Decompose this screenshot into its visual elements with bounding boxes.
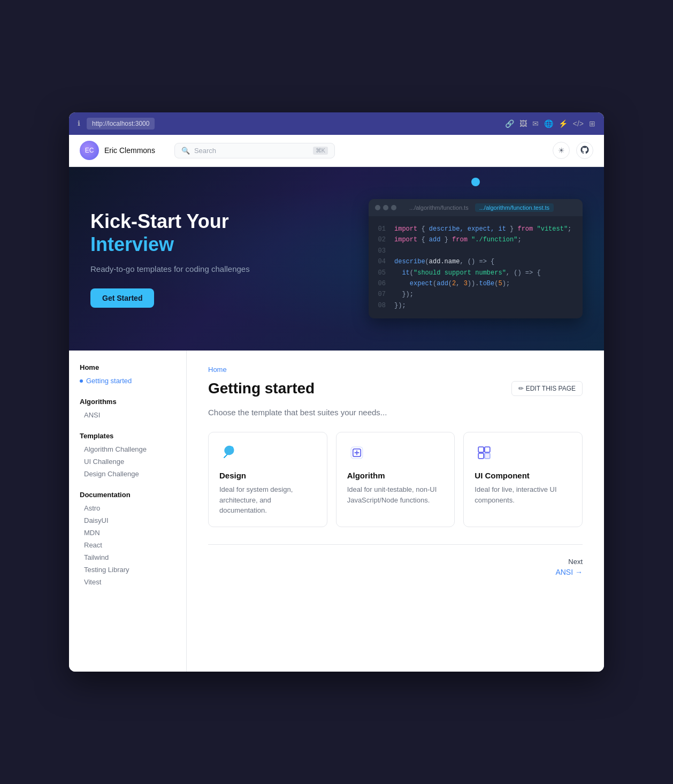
sidebar-label-astro: Astro	[84, 504, 100, 512]
edit-page-button[interactable]: ✏ EDIT THIS PAGE	[511, 381, 583, 396]
sidebar-heading-templates: Templates	[69, 432, 186, 440]
sidebar-section-algorithms: Algorithms ANSI	[69, 398, 186, 421]
sidebar-item-testing-library[interactable]: Testing Library	[69, 564, 186, 576]
dot-green	[391, 205, 396, 210]
info-icon: ℹ	[78, 119, 80, 127]
avatar-image: EC	[80, 141, 99, 160]
hero-title-part1: Kick-Start Your	[90, 210, 229, 232]
header-right: ☀	[553, 142, 593, 159]
sidebar-label-design-challenge: Design Challenge	[84, 470, 139, 478]
next-section: Next ANSI →	[208, 558, 583, 576]
sidebar-label-daisyui: DaisyUI	[84, 516, 109, 524]
github-button[interactable]	[576, 142, 593, 159]
section-divider	[208, 544, 583, 545]
hero-title-part2: Interview	[90, 233, 174, 255]
svg-rect-5	[479, 453, 484, 459]
next-link[interactable]: ANSI →	[208, 568, 583, 576]
sidebar-label-getting-started: Getting started	[86, 377, 132, 385]
sidebar-label-tailwind: Tailwind	[84, 553, 109, 561]
active-dot-indicator	[80, 379, 83, 383]
sidebar-heading-documentation: Documentation	[69, 491, 186, 499]
code-tabs: .../algorithm/function.ts .../algorithm/…	[405, 203, 554, 212]
code-tab-function: .../algorithm/function.ts	[405, 203, 473, 212]
sidebar-label-ansi: ANSI	[84, 411, 100, 419]
sun-icon-glyph: ☀	[558, 146, 565, 155]
code-line-4: 04 describe(add.name, () => {	[377, 256, 574, 267]
code-line-6: 06 expect(add(2, 3)).toBe(5);	[377, 278, 574, 289]
browser-url: http://localhost:3000	[87, 118, 155, 130]
grid-icon: ⊞	[589, 119, 595, 128]
sidebar-item-ui-challenge[interactable]: UI Challenge	[69, 455, 186, 468]
hero-title: Kick-Start Your Interview	[90, 210, 347, 256]
sidebar-label-ui-challenge: UI Challenge	[84, 458, 124, 466]
main-layout: Home Getting started Algorithms ANSI Tem…	[69, 351, 604, 672]
template-cards-grid: Design Ideal for system design, architec…	[208, 432, 583, 527]
theme-toggle-button[interactable]: ☀	[553, 142, 570, 159]
sidebar-item-ansi[interactable]: ANSI	[69, 409, 186, 421]
sidebar-label-mdn: MDN	[84, 529, 100, 537]
design-card-icon	[219, 443, 241, 465]
page-title: Getting started	[208, 380, 315, 397]
sidebar-item-astro[interactable]: Astro	[69, 502, 186, 514]
code-icon: </>	[573, 119, 584, 128]
hero-code-window: .../algorithm/function.ts .../algorithm/…	[369, 199, 583, 318]
code-line-1: 01 import { describe, expect, it } from …	[377, 224, 574, 234]
code-editor: .../algorithm/function.ts .../algorithm/…	[369, 199, 583, 318]
link-icon: 🔗	[505, 119, 514, 128]
sidebar-item-react[interactable]: React	[69, 539, 186, 551]
search-icon: 🔍	[181, 147, 190, 155]
hero-section: Kick-Start Your Interview Ready-to-go te…	[69, 167, 604, 351]
sidebar-item-mdn[interactable]: MDN	[69, 527, 186, 539]
template-card-algorithm[interactable]: Algorithm Ideal for unit-testable, non-U…	[336, 432, 455, 527]
code-line-8: 08 });	[377, 300, 574, 311]
sidebar-heading-home: Home	[69, 363, 186, 371]
sidebar-label-algorithm-challenge: Algorithm Challenge	[84, 445, 147, 453]
page-title-area: Getting started ✏ EDIT THIS PAGE	[208, 380, 583, 397]
code-line-3: 03	[377, 246, 574, 256]
algorithm-card-icon	[347, 443, 369, 465]
search-shortcut: ⌘K	[313, 147, 328, 155]
get-started-button[interactable]: Get Started	[90, 288, 154, 308]
sidebar-label-react: React	[84, 541, 102, 549]
ui-component-card-desc: Ideal for live, interactive UI component…	[475, 484, 571, 505]
browser-window: ℹ http://localhost:3000 🔗 🖼 ✉ 🌐 ⚡ </> ⊞ …	[69, 112, 604, 672]
mail-icon: ✉	[532, 119, 539, 128]
user-name: Eric Clemmons	[104, 146, 155, 155]
code-line-5: 05 it("should support numbers", () => {	[377, 268, 574, 278]
sidebar-item-getting-started[interactable]: Getting started	[69, 375, 186, 387]
svg-rect-3	[479, 447, 484, 452]
code-line-2: 02 import { add } from "./function";	[377, 234, 574, 245]
hero-subtitle: Ready-to-go templates for coding challen…	[90, 264, 347, 273]
browser-bar: ℹ http://localhost:3000 🔗 🖼 ✉ 🌐 ⚡ </> ⊞	[69, 112, 604, 135]
bolt-icon: ⚡	[559, 119, 568, 128]
svg-rect-4	[485, 447, 490, 452]
code-line-7: 07 });	[377, 289, 574, 300]
code-tab-test: .../algorithm/function.test.ts	[475, 203, 554, 212]
site-header: EC Eric Clemmons 🔍 Search ⌘K ☀	[69, 135, 604, 167]
picture-icon: 🖼	[519, 119, 527, 128]
next-label: Next	[208, 558, 583, 566]
sidebar-item-algorithm-challenge[interactable]: Algorithm Challenge	[69, 443, 186, 455]
dot-yellow	[383, 205, 388, 210]
search-bar[interactable]: 🔍 Search ⌘K	[174, 143, 335, 158]
sidebar-section-documentation: Documentation Astro DaisyUI MDN React Ta…	[69, 491, 186, 588]
breadcrumb: Home	[208, 366, 583, 374]
svg-rect-6	[485, 453, 490, 459]
search-placeholder-text: Search	[194, 147, 309, 155]
template-card-design[interactable]: Design Ideal for system design, architec…	[208, 432, 327, 527]
page-description: Choose the template that best suites you…	[208, 408, 583, 417]
design-card-title: Design	[219, 471, 316, 480]
template-card-ui-component[interactable]: UI Component Ideal for live, interactive…	[463, 432, 583, 527]
sidebar-item-tailwind[interactable]: Tailwind	[69, 551, 186, 564]
algorithm-card-desc: Ideal for unit-testable, non-UI JavaScri…	[347, 484, 444, 505]
sidebar-item-design-challenge[interactable]: Design Challenge	[69, 468, 186, 480]
sidebar-heading-algorithms: Algorithms	[69, 398, 186, 406]
sidebar-item-daisyui[interactable]: DaisyUI	[69, 514, 186, 527]
sidebar-item-vitest[interactable]: Vitest	[69, 576, 186, 588]
browser-icons: 🔗 🖼 ✉ 🌐 ⚡ </> ⊞	[505, 119, 595, 128]
ui-component-card-title: UI Component	[475, 471, 571, 480]
sidebar: Home Getting started Algorithms ANSI Tem…	[69, 351, 187, 672]
dot-red	[375, 205, 380, 210]
sidebar-section-home: Home Getting started	[69, 363, 186, 387]
sidebar-label-vitest: Vitest	[84, 578, 101, 586]
